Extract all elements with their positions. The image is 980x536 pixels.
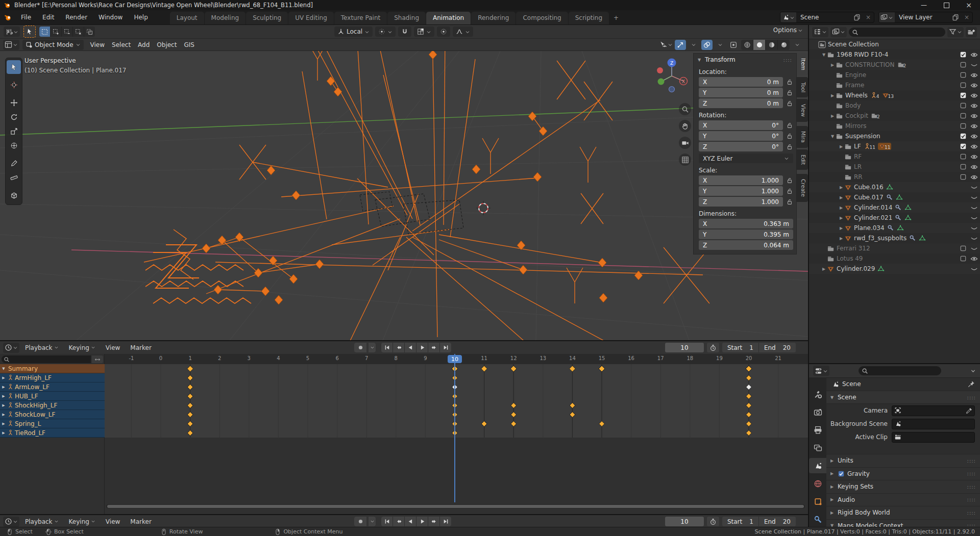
workspace-tab-texture-paint[interactable]: Texture Paint — [334, 12, 387, 24]
channel-shocklow_lf[interactable]: ▶ShockLow_LF — [0, 410, 105, 419]
expander-icon[interactable]: ▶ — [838, 185, 844, 190]
auto-keying-button[interactable] — [354, 343, 366, 352]
properties-editor-type-button[interactable] — [813, 366, 829, 376]
channel-spring_l[interactable]: ▶Spring_L — [0, 419, 105, 428]
collection-checkbox[interactable] — [960, 153, 967, 161]
outliner-display-mode-button[interactable] — [812, 27, 828, 37]
menu-edit[interactable]: Edit — [37, 14, 60, 21]
outliner-row-cylinder-014[interactable]: ▶Cylinder.014 — [809, 202, 980, 213]
sidebar-tab-create[interactable]: Create — [797, 174, 808, 202]
channel-armhigh_lf[interactable]: ▶ArmHigh_LF — [0, 373, 105, 382]
view-layer-selector[interactable]: View Layer × — [878, 12, 973, 23]
panel-units[interactable]: ▶Units:::: — [826, 454, 980, 467]
outliner-row-lotus-49[interactable]: Lotus 49 — [809, 253, 980, 264]
expander-icon[interactable]: ▶ — [0, 431, 7, 435]
panel-audio[interactable]: ▶Audio:::: — [826, 493, 980, 506]
new-collection-button[interactable] — [966, 27, 977, 37]
outliner-row-cube-017[interactable]: ▶Cube.017 — [809, 192, 980, 202]
play-reverse-button[interactable] — [405, 343, 416, 352]
scene-selector[interactable]: Scene × — [780, 12, 874, 23]
expander-icon[interactable]: ▶ — [829, 93, 836, 98]
sidebar-tab-tool[interactable]: Tool — [797, 77, 808, 97]
expander-icon[interactable]: ▶ — [838, 144, 844, 149]
scale-tool-button[interactable] — [7, 124, 21, 138]
channel-hub_lf[interactable]: ▶HUB_LF — [0, 392, 105, 401]
expander-icon[interactable]: ▶ — [830, 511, 838, 515]
gizmos-dropdown[interactable] — [688, 40, 699, 50]
panel-expander[interactable]: ▼ — [698, 58, 705, 62]
rotation-y-field[interactable]: Y0° — [699, 131, 783, 141]
viewport-menu-object[interactable]: Object — [153, 41, 180, 48]
hide-toggle[interactable] — [970, 122, 978, 130]
expander-icon[interactable]: ▶ — [0, 422, 7, 426]
expander-icon[interactable]: ▼ — [821, 53, 827, 57]
camera-view-button[interactable] — [679, 137, 691, 149]
field-input[interactable] — [892, 432, 975, 443]
hide-toggle[interactable] — [970, 194, 978, 201]
rotation-x-field[interactable]: X0° — [699, 120, 783, 130]
remove-view-layer-icon[interactable]: × — [961, 14, 972, 21]
move-tool-button[interactable] — [7, 96, 21, 110]
frame-start-field[interactable]: Start1 — [722, 343, 759, 352]
location-x-field[interactable]: X0 m — [699, 77, 783, 87]
outliner-row-cylinder-029[interactable]: ▶Cylinder.029 — [809, 264, 980, 274]
lock-icon[interactable] — [786, 132, 793, 140]
collection-checkbox[interactable] — [960, 82, 967, 89]
current-frame-field[interactable]: 10 — [665, 343, 704, 352]
properties-options-icon[interactable] — [970, 367, 976, 374]
hide-toggle[interactable] — [970, 255, 978, 263]
collection-checkbox[interactable] — [960, 71, 967, 79]
panel-drag-handle[interactable]: :::: — [967, 471, 976, 476]
expander-icon[interactable]: ▶ — [838, 206, 844, 210]
annotate-tool-button[interactable] — [7, 157, 21, 170]
scrollbar-thumb[interactable] — [107, 505, 804, 508]
timeline-menu-keying[interactable]: Keying — [64, 518, 100, 525]
collection-checkbox[interactable] — [960, 133, 967, 140]
workspace-tab-layout[interactable]: Layout — [170, 12, 204, 24]
minimize-button[interactable]: — — [913, 0, 935, 10]
gizmos-toggle[interactable] — [675, 40, 686, 50]
workspace-tab-uv-editing[interactable]: UV Editing — [288, 12, 334, 24]
select-set-button[interactable] — [39, 27, 51, 37]
sidebar-tab-item[interactable]: Item — [797, 53, 808, 75]
mode-dropdown[interactable]: Object Mode — [22, 40, 84, 50]
options-dropdown[interactable]: Options — [773, 27, 803, 34]
proportional-falloff-dropdown[interactable] — [453, 27, 473, 37]
pan-button[interactable] — [679, 120, 691, 132]
outliner-row-lr[interactable]: LR — [809, 162, 980, 172]
active-tool-button[interactable] — [23, 25, 36, 38]
outliner-row-engine[interactable]: Engine — [809, 70, 980, 80]
overlays-dropdown[interactable] — [715, 40, 726, 50]
sidebar-tab-view[interactable]: View — [797, 99, 808, 122]
jump-to-end-button[interactable] — [440, 517, 451, 526]
outliner-row-frame[interactable]: Frame — [809, 80, 980, 90]
expander-icon[interactable]: ▶ — [838, 195, 844, 200]
workspace-tab-compositing[interactable]: Compositing — [516, 12, 568, 24]
pin-icon[interactable] — [968, 380, 975, 388]
play-reverse-button[interactable] — [405, 517, 416, 526]
hide-toggle[interactable] — [970, 163, 978, 171]
dopesheet-editor-type-button[interactable] — [3, 343, 19, 353]
workspace-tab-modeling[interactable]: Modeling — [205, 12, 246, 24]
unlink-scene-icon[interactable]: × — [863, 14, 874, 21]
collection-checkbox[interactable] — [960, 173, 967, 181]
jump-to-start-button[interactable] — [381, 343, 393, 352]
current-frame-field[interactable]: 10 — [665, 517, 704, 526]
eyedropper-icon[interactable] — [966, 407, 972, 414]
outliner-row-rr[interactable]: RR — [809, 172, 980, 182]
maximize-button[interactable] — [935, 0, 958, 10]
cursor-tool-button[interactable] — [7, 78, 21, 92]
shading-dropdown[interactable] — [792, 40, 803, 50]
outliner-row-body[interactable]: Body — [809, 100, 980, 111]
viewport-menu-select[interactable]: Select — [108, 41, 134, 48]
menu-help[interactable]: Help — [128, 14, 153, 21]
proportional-edit-toggle[interactable] — [437, 27, 450, 37]
overlays-toggle[interactable] — [701, 40, 713, 50]
jump-to-end-button[interactable] — [440, 343, 451, 352]
pivot-point-dropdown[interactable] — [375, 27, 396, 37]
editor-type-button[interactable] — [3, 40, 19, 50]
add-workspace-button[interactable]: + — [609, 12, 623, 24]
auto-keying-button[interactable] — [354, 517, 366, 526]
panel-maps-models-context[interactable]: ▼Maps Models Context:::: — [826, 519, 980, 527]
channel-search-input[interactable] — [2, 355, 91, 363]
